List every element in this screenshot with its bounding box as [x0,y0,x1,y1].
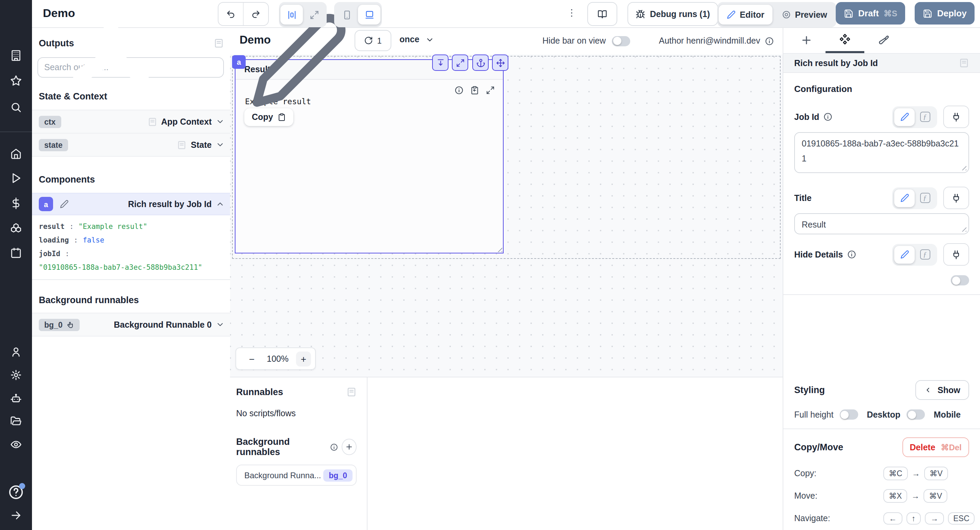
function-icon: ƒ [920,112,930,122]
hide-bar-toggle[interactable] [612,36,630,46]
undo-button[interactable] [218,3,243,25]
kbd-arrow-left: ← [883,512,902,525]
centered-layout-toggle[interactable] [280,5,303,24]
info-icon[interactable] [330,442,337,451]
plug-icon [951,250,961,259]
redo-button[interactable] [243,3,268,25]
schedules-icon[interactable] [10,247,22,259]
hide-details-toggle[interactable] [951,275,969,286]
static-mode-button[interactable] [894,189,915,207]
anchor-handle[interactable] [472,54,488,71]
chevron-down-icon[interactable] [216,320,224,329]
device-toggle-group [334,2,382,27]
move-handle[interactable] [492,54,508,71]
settings-gear-icon[interactable] [10,369,22,381]
windmill-logo[interactable] [9,5,23,19]
bug-icon [636,9,645,19]
eval-mode-button[interactable]: ƒ [915,108,935,126]
fill-height-handle[interactable] [432,54,449,71]
tab-styling[interactable] [864,27,903,53]
kbd-esc: ESC [948,512,975,525]
function-icon: ƒ [920,249,930,260]
state-badge: state [39,139,68,151]
component-row[interactable]: a Rich result by Job Id [32,193,230,215]
background-runnable-item[interactable]: Background Runna... bg_0 [236,465,356,486]
expand-handle[interactable] [452,54,468,71]
eval-mode-button[interactable]: ƒ [915,189,935,207]
bg0-label: Background Runnable 0 [114,320,212,329]
desktop-toggle[interactable] [907,409,925,420]
users-icon[interactable] [10,346,22,358]
tab-component-settings[interactable] [826,27,864,53]
resize-handle[interactable] [961,165,966,170]
hide-bar-label: Hide bar on view [542,36,606,46]
expand-rail-icon[interactable] [10,509,22,521]
more-menu-icon[interactable] [566,5,577,21]
help-icon[interactable] [8,484,24,500]
deploy-button[interactable]: Deploy [915,2,975,24]
static-mode-button[interactable] [894,246,915,263]
search-icon[interactable] [10,102,22,113]
settings-tabs [783,27,980,53]
audit-logs-icon[interactable] [10,439,22,450]
tab-insert-component[interactable] [787,27,826,53]
chevron-down-icon[interactable] [216,117,224,126]
docs-button[interactable] [587,2,617,26]
function-icon: ƒ [920,193,930,203]
full-height-toggle[interactable] [840,409,858,420]
kbd-arrow-right: → [925,512,944,525]
output-row-ctx[interactable]: ctx App Context [32,110,230,134]
copy-result-icon[interactable] [470,86,479,95]
output-row-state[interactable]: state State [32,133,230,157]
debug-runs-button[interactable]: Debug runs (1) [627,2,718,26]
chevron-down-icon[interactable] [216,140,224,149]
preview-tab[interactable]: Preview [774,5,835,24]
prop-jobid[interactable]: jobId : [39,249,223,257]
mobile-view-toggle[interactable] [336,5,358,24]
delete-button[interactable]: Delete ⌘Del [902,437,969,457]
info-icon[interactable] [824,112,832,121]
job-id-input[interactable]: 01910865-188a-bab7-a3ec-588b9ba3c211 [794,132,969,173]
show-styling-button[interactable]: Show [915,380,969,400]
folders-icon[interactable] [10,415,22,427]
author-info-icon[interactable] [765,37,774,45]
rename-component-icon[interactable] [60,200,69,208]
desktop-view-toggle[interactable] [358,5,380,24]
clipboard-icon [278,113,286,121]
refresh-frequency-select[interactable]: once [399,35,434,44]
editor-tab[interactable]: Editor [719,5,772,24]
favorites-icon[interactable] [10,75,22,86]
info-icon[interactable] [847,250,856,259]
workspace-icon[interactable] [10,50,22,61]
runs-icon[interactable] [10,172,22,184]
zoom-out-button[interactable]: − [244,351,259,366]
runnables-panel: Runnables No scripts/flows Background ru… [230,377,368,530]
title-input[interactable]: Result [794,213,969,234]
delete-shortcut: ⌘Del [941,442,962,452]
jobid-value: "01910865-188a-bab7-a3ec-588b9ba3c211" [39,263,223,271]
connect-input-button[interactable] [943,105,969,128]
draft-shortcut: ⌘S [884,8,897,18]
static-mode-button[interactable] [894,108,915,126]
prop-loading[interactable]: loading : false [39,236,223,244]
runnables-doc-icon[interactable] [347,387,356,397]
resize-handle[interactable] [961,226,966,231]
panel-doc-icon[interactable] [959,58,969,68]
connect-input-button[interactable] [943,243,969,266]
background-runnable-row[interactable]: bg_0 Background Runnable 0 [32,313,230,337]
connect-input-button[interactable] [943,187,969,209]
fullscreen-layout-toggle[interactable] [303,5,325,24]
prop-result[interactable]: result : "Example result" [39,222,223,230]
variables-icon[interactable] [10,198,22,209]
info-icon[interactable] [455,86,463,95]
resources-icon[interactable] [10,223,22,234]
add-background-runnable-button[interactable] [342,439,356,455]
zoom-in-button[interactable]: + [296,351,311,366]
eval-mode-button[interactable]: ƒ [915,246,935,263]
workers-icon[interactable] [10,393,22,405]
component-resize-handle[interactable] [497,247,502,252]
chevron-up-icon[interactable] [216,200,224,208]
home-icon[interactable] [10,148,22,160]
expand-result-icon[interactable] [486,86,495,95]
save-draft-button[interactable]: Draft ⌘S [836,2,905,24]
